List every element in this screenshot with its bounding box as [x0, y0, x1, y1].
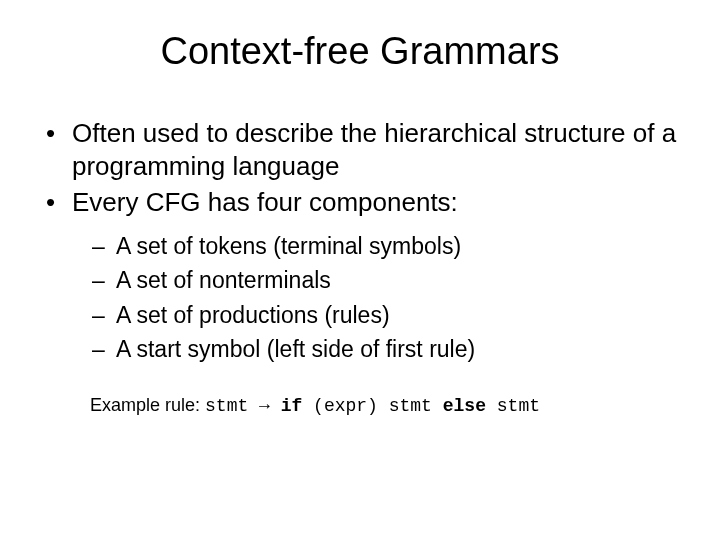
- slide: Context-free Grammars Often used to desc…: [0, 0, 720, 540]
- space: [432, 396, 443, 416]
- paren-expr: (expr): [302, 396, 388, 416]
- stmt-token: stmt: [389, 396, 432, 416]
- arrow-icon: →: [248, 396, 280, 416]
- sub-bullet-item: A start symbol (left side of first rule): [92, 332, 680, 367]
- bullet-item: Every CFG has four components: A set of …: [40, 186, 680, 367]
- example-label: Example rule:: [90, 395, 205, 415]
- sub-bullet-list: A set of tokens (terminal symbols) A set…: [92, 229, 680, 367]
- keyword-if: if: [281, 396, 303, 416]
- example-lhs: stmt: [205, 396, 248, 416]
- bullet-text: Every CFG has four components:: [72, 187, 458, 217]
- bullet-list: Often used to describe the hierarchical …: [40, 117, 680, 367]
- bullet-item: Often used to describe the hierarchical …: [40, 117, 680, 182]
- space: [486, 396, 497, 416]
- example-rule: Example rule: stmt → if (expr) stmt else…: [90, 395, 690, 416]
- sub-bullet-item: A set of productions (rules): [92, 298, 680, 333]
- sub-bullet-item: A set of nonterminals: [92, 263, 680, 298]
- stmt-token: stmt: [497, 396, 540, 416]
- sub-bullet-item: A set of tokens (terminal symbols): [92, 229, 680, 264]
- keyword-else: else: [443, 396, 486, 416]
- slide-title: Context-free Grammars: [30, 30, 690, 73]
